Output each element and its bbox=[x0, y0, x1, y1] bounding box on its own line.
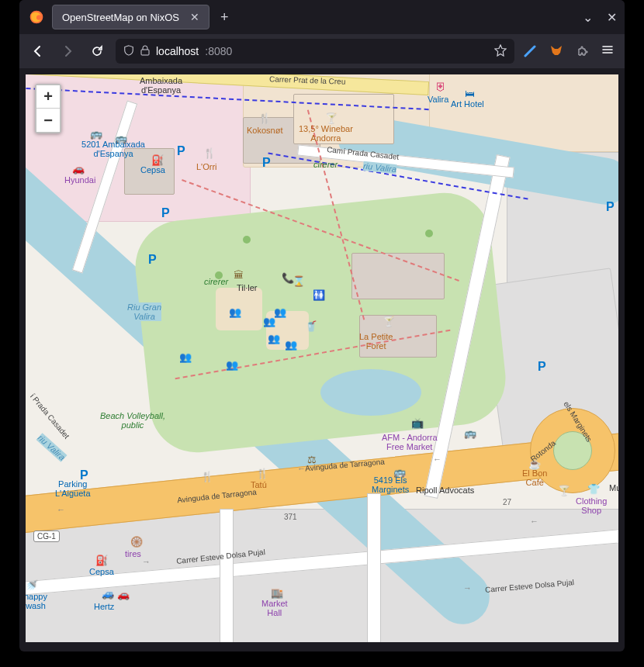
label-bus5201: 5201 Ambaixadad'Espanya bbox=[78, 140, 148, 158]
back-button[interactable] bbox=[27, 40, 49, 62]
label-cirerer1: cirerer bbox=[313, 160, 338, 169]
label-hertz: Hertz bbox=[94, 602, 114, 611]
label-market: MarketHall bbox=[261, 599, 288, 617]
label-beach: Beach Volleyball,public bbox=[100, 411, 165, 430]
bar-icon: 🍸 bbox=[558, 486, 570, 496]
restaurant-icon: 🍴 bbox=[256, 468, 268, 479]
label-hyundai: Hyundai bbox=[64, 175, 95, 185]
reload-button[interactable] bbox=[86, 40, 108, 62]
bus-stop-icon: 🚌 bbox=[464, 428, 476, 438]
housenumber-371: 371 bbox=[284, 513, 297, 521]
label-clothing: ClothingShop bbox=[576, 496, 607, 515]
new-tab-button[interactable]: + bbox=[216, 6, 234, 29]
shield-icon bbox=[123, 45, 134, 58]
playground-icon: 👥 bbox=[226, 360, 238, 370]
playground-icon: 👥 bbox=[285, 340, 297, 350]
zoom-in-button[interactable]: + bbox=[36, 85, 60, 109]
toilets-icon: 🚻 bbox=[313, 290, 325, 300]
extension-icon-metamask[interactable] bbox=[549, 43, 564, 59]
map-canvas[interactable]: P P P P P P P ⛨ 🛏 🍴 🍴 🍸 🚌 🚌 ⛽ 🚗 🏛 📞 ⌛ 🚻 … bbox=[26, 74, 618, 642]
zoom-out-button[interactable]: − bbox=[36, 109, 60, 132]
parking-icon: P bbox=[177, 144, 185, 158]
housenumber-27: 27 bbox=[503, 498, 511, 506]
tabs-dropdown-icon[interactable]: ⌄ bbox=[583, 10, 593, 25]
oneway-arrow: ← bbox=[530, 517, 538, 526]
playground-icon: 👥 bbox=[274, 307, 286, 317]
playground-icon: 👥 bbox=[263, 316, 275, 327]
tree-icon bbox=[243, 236, 251, 244]
label-bus5419: 5419 ElsMarginets bbox=[372, 475, 409, 494]
playground-icon: 👥 bbox=[229, 307, 241, 317]
tyres-icon: 🛞 bbox=[130, 537, 143, 547]
park-pond bbox=[320, 369, 421, 416]
label-winebar: 13,5° WinebarAndorra bbox=[299, 124, 353, 143]
hamburger-menu-icon[interactable] bbox=[598, 40, 617, 63]
drinks-icon: 🥤 bbox=[305, 321, 317, 331]
restaurant-icon: 🍴 bbox=[201, 472, 213, 482]
label-tires: tires bbox=[125, 549, 141, 558]
label-tiller: Til·ler bbox=[237, 283, 257, 292]
restaurant-icon: 🍴 bbox=[203, 148, 216, 158]
tree-icon bbox=[425, 230, 433, 237]
firefox-logo-icon bbox=[27, 8, 46, 26]
tab-close-icon[interactable]: ✕ bbox=[190, 11, 199, 23]
fuel-icon: ⛽ bbox=[95, 555, 108, 565]
label-mu: Mu bbox=[609, 483, 618, 492]
url-host: localhost bbox=[156, 45, 199, 57]
playground-icon: 👥 bbox=[268, 334, 280, 344]
oneway-arrow: ← bbox=[57, 505, 65, 514]
bookmark-star-icon[interactable] bbox=[494, 44, 507, 59]
tab-active[interactable]: OpenStreetMap on NixOS ✕ bbox=[52, 5, 209, 29]
label-boncafe: El BonCafé bbox=[522, 468, 547, 487]
tab-title: OpenStreetMap on NixOS bbox=[62, 12, 179, 23]
oneway-arrow: ← bbox=[433, 454, 441, 464]
label-valira: Valira bbox=[428, 95, 448, 104]
label-cepsa2: Cepsa bbox=[89, 567, 114, 576]
building-park-1 bbox=[351, 253, 445, 299]
label-cepsa: Cepsa bbox=[140, 165, 165, 175]
playground-icon: 👥 bbox=[179, 352, 192, 362]
lock-icon bbox=[140, 45, 150, 58]
url-port: :8080 bbox=[205, 45, 232, 57]
extension-icons bbox=[522, 43, 590, 59]
restaurant-icon: 🍴 bbox=[258, 113, 271, 123]
museum-icon: 🏛 bbox=[234, 270, 244, 280]
forward-button bbox=[57, 40, 78, 62]
parking-icon: P bbox=[161, 206, 170, 220]
car-rental-icon: 🚙 bbox=[102, 589, 114, 599]
label-cirerer2: cirerer bbox=[204, 277, 228, 286]
label-tatu: Tatú bbox=[251, 480, 267, 489]
label-petite: La PetiteForet bbox=[359, 332, 393, 351]
pharmacy-icon: ⛨ bbox=[435, 81, 447, 92]
car-dealer-icon: 🚗 bbox=[72, 164, 85, 174]
extension-icon-1[interactable] bbox=[522, 43, 538, 59]
road-south-vert-1 bbox=[220, 509, 234, 642]
label-parking: ParkingL'Aigüeta bbox=[55, 479, 91, 498]
hotel-icon: 🛏 bbox=[465, 88, 475, 98]
market-icon: 🏬 bbox=[271, 588, 283, 598]
svg-rect-1 bbox=[141, 50, 149, 55]
road-south-vert-2 bbox=[367, 493, 381, 642]
hourglass-icon: ⌛ bbox=[293, 276, 305, 286]
tv-shop-icon: 📺 bbox=[411, 418, 424, 428]
bar-icon: 🍸 bbox=[325, 113, 338, 123]
label-ambaixada: Ambaixadad'Espanya bbox=[140, 76, 182, 95]
parking-icon: P bbox=[262, 156, 271, 170]
road-ref-cg1: CG-1 bbox=[33, 530, 60, 542]
tab-bar: OpenStreetMap on NixOS ✕ + ⌄ ✕ bbox=[19, 0, 625, 34]
label-arthotel: Art Hotel bbox=[451, 99, 484, 109]
oneway-arrow: → bbox=[463, 583, 472, 593]
url-bar[interactable]: localhost:8080 bbox=[116, 39, 514, 64]
label-lorri: L'Orri bbox=[196, 162, 217, 171]
map-viewport[interactable]: P P P P P P P ⛨ 🛏 🍴 🍴 🍸 🚌 🚌 ⛽ 🚗 🏛 📞 ⌛ 🚻 … bbox=[26, 74, 618, 642]
label-happy: happywash bbox=[26, 592, 47, 610]
zoom-control: + − bbox=[35, 84, 61, 133]
label-ripoll: Ripoll Advocats bbox=[416, 486, 474, 495]
label-riu-gran: Riu GranValira bbox=[127, 302, 161, 321]
window-close-icon[interactable]: ✕ bbox=[607, 10, 617, 25]
bus-stop-icon: 🚌 bbox=[90, 129, 102, 139]
nav-toolbar: localhost:8080 bbox=[19, 34, 625, 68]
extensions-puzzle-icon[interactable] bbox=[575, 43, 590, 59]
parking-icon: P bbox=[606, 200, 615, 214]
oneway-arrow: → bbox=[142, 557, 151, 566]
